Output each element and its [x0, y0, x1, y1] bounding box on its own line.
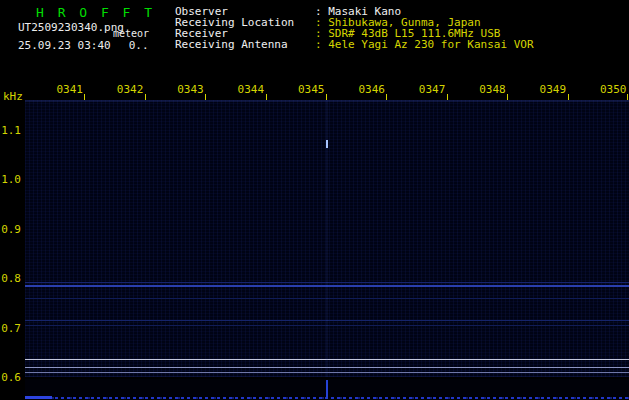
x-tick-mark — [205, 94, 206, 100]
app-title: H R O F F T — [36, 5, 155, 20]
x-tick-label: 0346 — [358, 83, 385, 96]
signal-level-strip — [25, 379, 629, 400]
x-tick-mark — [507, 94, 508, 100]
x-tick-label: 0347 — [419, 83, 446, 96]
echo-counter: 0.. — [129, 39, 149, 52]
y-tick-label: 0.7 — [0, 322, 21, 335]
x-tick-label: 0341 — [56, 83, 83, 96]
x-tick-label: 0348 — [479, 83, 506, 96]
y-tick-label: 1.0 — [0, 173, 21, 186]
datetime: 25.09.23 03:400.. — [18, 39, 149, 52]
receiver-info: Observer: Masaki KanoReceiving Location:… — [175, 6, 534, 50]
mode-label: meteor — [113, 28, 149, 39]
info-label: Receiving Antenna — [175, 39, 315, 50]
level-baseline-start — [25, 396, 52, 399]
output-filename: UT2509230340.png — [18, 21, 124, 34]
y-tick-label: 0.9 — [0, 223, 21, 236]
x-tick-mark — [145, 94, 146, 100]
x-tick-mark — [447, 94, 448, 100]
meteor-echo — [326, 140, 328, 148]
y-tick-label: 0.8 — [0, 272, 21, 285]
x-tick-label: 0342 — [117, 83, 144, 96]
x-tick-label: 0349 — [540, 83, 567, 96]
x-tick-label: 0344 — [238, 83, 265, 96]
info-value: : 4ele Yagi Az 230 for Kansai VOR — [315, 39, 534, 50]
x-tick-label: 0350 — [600, 83, 627, 96]
y-tick-label: 0.6 — [0, 371, 21, 384]
x-tick-mark — [568, 94, 569, 100]
x-tick-mark — [386, 94, 387, 100]
x-tick-label: 0343 — [177, 83, 204, 96]
x-tick-mark — [266, 94, 267, 100]
y-axis-unit: kHz — [3, 90, 23, 103]
level-spike — [326, 380, 328, 399]
x-tick-mark — [84, 94, 85, 100]
x-tick-label: 0345 — [298, 83, 325, 96]
info-row: Receiving Antenna: 4ele Yagi Az 230 for … — [175, 39, 534, 50]
y-tick-label: 1.1 — [0, 124, 21, 137]
hrofft-screen: H R O F F T UT2509230340.png meteor 25.0… — [0, 0, 629, 400]
datetime-value: 25.09.23 03:40 — [18, 39, 111, 52]
x-tick-mark — [627, 94, 628, 100]
